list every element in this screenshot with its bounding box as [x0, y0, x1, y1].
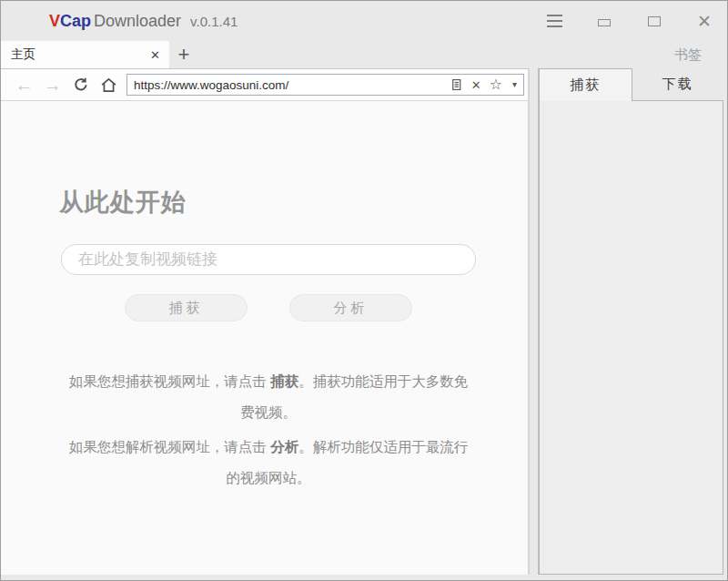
bottom-strip [1, 575, 727, 580]
forward-button[interactable]: → [38, 71, 66, 98]
reading-list-button[interactable] [450, 77, 463, 92]
minimize-icon [598, 19, 611, 26]
side-panel-tabs: 捕获 下载 [539, 68, 723, 101]
capture-list-area [539, 101, 723, 575]
browser-viewport: 从此处开始 捕获 分析 如果您想捕获视频网址，请点击 捕获。捕获功能适用于大多数… [1, 101, 528, 575]
url-clear-button[interactable]: ✕ [471, 79, 481, 91]
reload-icon [73, 76, 89, 93]
analyze-help-bold: 分析 [270, 439, 298, 454]
maximize-icon [648, 16, 661, 26]
main-row: ← → [1, 68, 727, 575]
capture-help-pre: 如果您想捕获视频网址，请点击 [69, 373, 270, 389]
maximize-button[interactable] [646, 13, 662, 29]
close-icon: ✕ [697, 13, 712, 30]
app-name: Downloader [94, 12, 181, 31]
home-button[interactable] [95, 71, 123, 98]
brand-cap: Cap [60, 12, 91, 31]
page-title: 从此处开始 [59, 186, 187, 219]
analyze-button[interactable]: 分析 [289, 294, 412, 321]
pane-splitter[interactable] [529, 68, 539, 575]
bookmark-star-icon[interactable]: ☆ [490, 77, 502, 92]
browser-pane: ← → [1, 68, 529, 575]
plus-icon: + [178, 43, 190, 66]
back-button[interactable]: ← [10, 71, 38, 98]
back-icon: ← [15, 76, 34, 94]
panel-tab-capture[interactable]: 捕获 [539, 68, 632, 101]
action-buttons: 捕获 分析 [61, 294, 476, 321]
app-version: v.0.1.41 [190, 14, 238, 29]
panel-tab-download[interactable]: 下载 [632, 68, 724, 101]
capture-help-text: 如果您想捕获视频网址，请点击 捕获。捕获功能适用于大多数免费视频。 [68, 366, 469, 428]
browser-tabstrip: 主页 ✕ + 书签 [1, 41, 727, 68]
side-panel: 捕获 下载 [539, 68, 727, 575]
capture-button[interactable]: 捕获 [125, 294, 248, 321]
app-logo: VCap Downloader v.0.1.41 [49, 12, 238, 31]
app-window: VCap Downloader v.0.1.41 ✕ 主页 ✕ + [0, 0, 728, 581]
url-bar-icons: ✕ ☆ ▾ [450, 74, 524, 96]
video-link-input[interactable] [61, 244, 476, 275]
close-window-button[interactable]: ✕ [696, 13, 713, 29]
new-tab-button[interactable]: + [169, 41, 198, 68]
url-dropdown-icon[interactable]: ▾ [512, 80, 517, 89]
brand-v: V [49, 12, 60, 31]
reload-button[interactable] [66, 71, 95, 98]
analyze-help-text: 如果您想解析视频网址，请点击 分析。解析功能仅适用于最流行的视频网站。 [68, 432, 469, 494]
hamburger-icon [547, 15, 562, 27]
minimize-button[interactable] [596, 13, 612, 29]
bookmarks-button[interactable]: 书签 [674, 46, 727, 64]
capture-help-bold: 捕获 [270, 373, 298, 389]
window-controls: ✕ [546, 13, 727, 29]
tab-home[interactable]: 主页 ✕ [1, 41, 169, 68]
navigation-bar: ← → [1, 68, 528, 101]
home-icon [100, 76, 117, 94]
video-link-field-wrap [61, 244, 476, 275]
url-bar: ✕ ☆ ▾ [126, 74, 524, 96]
reading-list-icon [450, 77, 463, 92]
tab-close-icon[interactable]: ✕ [150, 49, 160, 61]
menu-button[interactable] [546, 13, 562, 29]
analyze-help-pre: 如果您想解析视频网址，请点击 [69, 439, 270, 454]
tab-home-label: 主页 [11, 46, 35, 63]
forward-icon: → [44, 76, 62, 94]
titlebar: VCap Downloader v.0.1.41 ✕ [1, 1, 727, 41]
